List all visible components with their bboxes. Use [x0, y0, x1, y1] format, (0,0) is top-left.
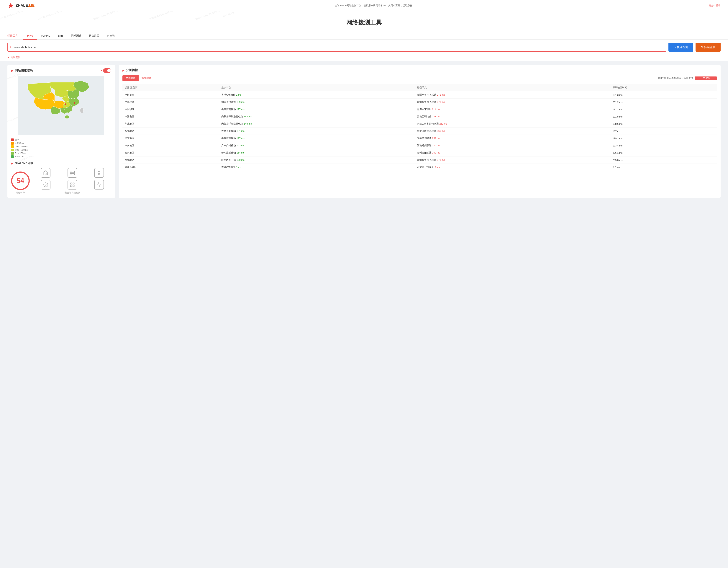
legend-201-250: 201 - 250ms	[11, 145, 111, 148]
cell-line: 西南地区	[122, 149, 219, 156]
tab-ip[interactable]: IP 查询	[103, 32, 119, 40]
cell-fastest: 内蒙古呼和浩特电信 148 ms	[219, 113, 415, 120]
cell-line: 全部节点	[122, 91, 219, 99]
header-auth[interactable]: 注册 / 登录	[709, 4, 721, 7]
cell-slowest: 内蒙古呼和浩特联通 251 ms	[415, 120, 610, 127]
cell-slowest: 云南昆明电信 231 ms	[415, 113, 610, 120]
table-row: 港澳台地区 香港CMI海外 1 ms 台湾台北市海外 6 ms 2.7 ms	[122, 164, 717, 171]
table-row: 西北地区 陕西西安电信 160 ms 新疆乌鲁木齐联通 271 ms 205.8…	[122, 156, 717, 164]
tab-ping[interactable]: PING	[23, 32, 37, 40]
progress-text: 100.00%	[702, 77, 710, 79]
svg-point-4	[65, 103, 66, 105]
tab-trace[interactable]: 路由追踪	[85, 32, 103, 40]
cell-avg: 191.3 ms	[610, 91, 717, 99]
cell-avg: 193.4 ms	[610, 142, 717, 149]
refresh-icon: ↻	[10, 45, 12, 49]
toolbar-label: 运维工具：	[7, 34, 20, 37]
score-number: 54	[17, 177, 24, 185]
cell-line: 华东地区	[122, 135, 219, 142]
svg-rect-20	[73, 183, 74, 184]
svg-point-5	[74, 102, 75, 104]
gear-icon	[41, 180, 50, 189]
cell-fastest: 山东济南移动 127 ms	[219, 106, 415, 113]
map-svg	[11, 76, 111, 135]
main-content: ABSKOOP.COM WWW.ABSKOOP.COM WWW.ABSKOOP.…	[0, 61, 728, 202]
svg-point-14	[71, 173, 71, 173]
rating-section: ▶ ZHALEME 评级 54 综合评分	[11, 162, 111, 194]
toggle-switch[interactable]	[101, 68, 111, 73]
cell-avg: 2.7 ms	[610, 164, 717, 171]
tab-tcping[interactable]: TCPING	[37, 32, 54, 40]
cell-line: 中国移动	[122, 106, 219, 113]
tab-china[interactable]: 中国地区	[122, 75, 138, 81]
legend-color-timeout	[11, 138, 14, 141]
svg-point-13	[71, 171, 71, 171]
rating-title: ▶ ZHALEME 评级	[11, 162, 111, 165]
svg-rect-21	[70, 185, 72, 186]
feature-icon-analytics	[87, 180, 111, 189]
cell-slowest: 河南郑州联通 224 ms	[415, 142, 610, 149]
security-label: 安全与功能检测	[65, 191, 80, 194]
cell-avg: 205.8 ms	[610, 156, 717, 164]
cell-fastest: 湖南长沙联通 189 ms	[219, 99, 415, 106]
logo-icon	[7, 2, 14, 9]
progress-bar-wrap: 100.00%	[695, 76, 717, 80]
toggle-track[interactable]	[103, 68, 111, 73]
table-header-row: 线路/运营商 最快节点 最慢节点 平均响应时间	[122, 84, 717, 91]
report-title-icon: ▶	[122, 69, 124, 72]
legend-250plus: > 250ms	[11, 142, 111, 145]
table-row: 华东地区 山东济南移动 127 ms 安徽芜湖联通 252 ms 199.1 m…	[122, 135, 717, 142]
auth-link[interactable]: 注册 / 登录	[709, 4, 721, 7]
table-row: 东北地区 吉林长春移动 151 ms 黑龙江哈尔滨联通 260 ms 197 m…	[122, 127, 717, 135]
cell-avg: 206.1 ms	[610, 149, 717, 156]
cell-line: 东北地区	[122, 127, 219, 135]
server-icon	[68, 168, 77, 178]
header-slogan: 全球1000+网络拨测节点，模拟用户访问域名/IP，实用小工具，运维必备	[335, 4, 412, 7]
clock-icon: ⊙	[701, 45, 703, 49]
page-title: 网络拨测工具	[0, 19, 728, 27]
region-tabs: 中国地区 海外地区	[122, 75, 154, 81]
data-table: 线路/运营商 最快节点 最慢节点 平均响应时间 全部节点 香港CMI海外 1 m…	[122, 84, 717, 171]
list-icon	[68, 180, 77, 189]
report-title: 分析简报	[126, 68, 138, 72]
cell-line: 西北地区	[122, 156, 219, 164]
cert-icon	[94, 168, 104, 178]
cell-slowest: 青海西宁移动 214 ms	[415, 106, 610, 113]
toggle-thumb	[107, 69, 111, 72]
svg-rect-19	[70, 183, 72, 184]
rating-row: 54 综合评分	[11, 168, 111, 194]
cell-avg: 188.6 ms	[610, 120, 717, 127]
search-input-wrap: ↻	[7, 43, 666, 52]
feature-icon-list	[60, 180, 85, 189]
feature-icons-grid	[33, 168, 111, 189]
search-input[interactable]	[14, 46, 664, 49]
report-header: ▶ 分析简报	[122, 68, 717, 72]
score-label: 综合评分	[16, 191, 25, 194]
tab-overseas[interactable]: 海外地区	[138, 75, 154, 81]
report-controls: 中国地区 海外地区 103个检测点参与测速，当前进度 100.00%	[122, 75, 717, 81]
monitor-button[interactable]: ⊙ 持续监测	[696, 43, 721, 52]
cell-slowest: 安徽芜湖联通 252 ms	[415, 135, 610, 142]
shield-icon	[41, 168, 50, 178]
progress-info: 103个检测点参与测速，当前进度 100.00%	[658, 76, 717, 80]
table-row: 中国移动 山东济南移动 127 ms 青海西宁移动 214 ms 171.1 m…	[122, 106, 717, 113]
table-row: 华北地区 内蒙古呼和浩特电信 148 ms 内蒙古呼和浩特联通 251 ms 1…	[122, 120, 717, 127]
legend-color-50less	[11, 155, 14, 158]
quick-check-button[interactable]: ▷ 快速检测	[668, 43, 693, 52]
cell-fastest: 吉林长春移动 151 ms	[219, 127, 415, 135]
advanced-toggle[interactable]: ▼ 高级选项	[7, 56, 721, 59]
score-circle: 54	[11, 171, 30, 190]
tab-dns[interactable]: DNS	[54, 32, 67, 40]
logo[interactable]: ZHALE.ME	[7, 2, 35, 9]
cell-slowest: 新疆乌鲁木齐联通 271 ms	[415, 91, 610, 99]
cell-avg: 191.8 ms	[610, 113, 717, 120]
legend-51-100: 51 - 100ms	[11, 152, 111, 155]
header: ZHALE.ME 全球1000+网络拨测节点，模拟用户访问域名/IP，实用小工具…	[0, 0, 728, 11]
map-legend: 超时 > 250ms 201 - 250ms 101 - 200ms 51 - …	[11, 138, 111, 158]
svg-point-15	[71, 174, 71, 175]
tab-speed[interactable]: 网站测速	[67, 32, 85, 40]
toggle-dot	[101, 70, 102, 71]
feature-icon-security	[33, 168, 58, 178]
cell-slowest: 新疆乌鲁木齐联通 271 ms	[415, 99, 610, 106]
table-row: 西南地区 云南昆明移动 164 ms 贵州贵阳联通 252 ms 206.1 m…	[122, 149, 717, 156]
